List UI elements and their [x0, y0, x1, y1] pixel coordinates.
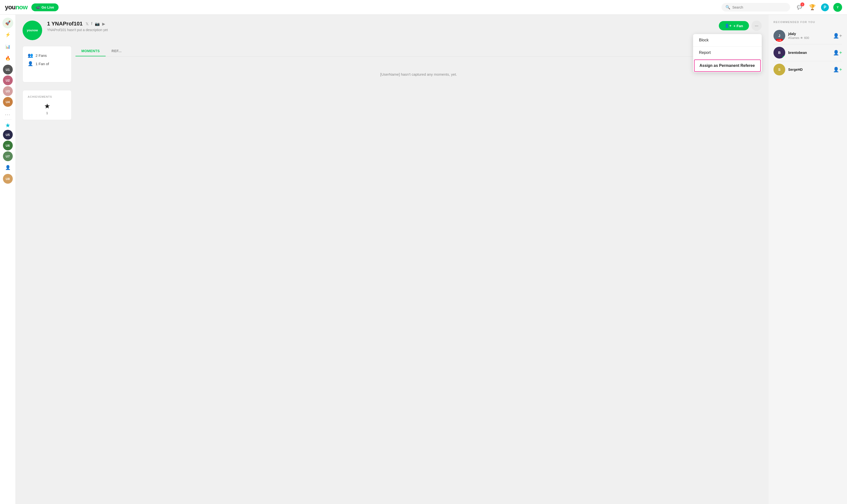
main-content: younow 1 YNAProf101 𝕏 f 📷 ▶ YNAProf101 h…: [16, 15, 768, 504]
sidebar-avatar-7[interactable]: U7: [3, 151, 13, 161]
social-icons: 𝕏 f 📷 ▶: [86, 21, 105, 26]
dropdown-menu: Block Report Assign as Permanent Referee: [693, 34, 762, 72]
sidebar-item-star[interactable]: ★: [5, 122, 11, 129]
fans-card: 👥 2 Fans 👤 1 Fan of: [22, 46, 72, 82]
rec-name-sergeHD[interactable]: SergeHD: [788, 68, 830, 72]
achievement-item: ★ 1: [28, 102, 66, 115]
topnav: younow 📹 Go Live 🔍 💬 1 🏆 P Y: [0, 0, 847, 15]
sidebar-avatar-2[interactable]: U2: [3, 75, 13, 85]
achievement-star-icon: ★: [44, 102, 50, 110]
fan-of-icon: 👤: [28, 61, 33, 66]
tabs-and-content: MOMENTS REF... [UserName] hasn't capture…: [75, 46, 762, 86]
twitter-icon[interactable]: 𝕏: [86, 21, 89, 26]
fan-icon: 👤+: [725, 23, 731, 28]
notification-badge: 1: [800, 2, 805, 6]
online-badge-brentobean: [782, 56, 785, 58]
sidebar-item-charts[interactable]: 📊: [2, 41, 13, 52]
fans-stat: 👥 2 Fans: [28, 51, 66, 59]
rec-name-brentobean[interactable]: brentobean: [788, 51, 830, 55]
achievement-count: 1: [46, 111, 48, 115]
more-options-button[interactable]: ···: [751, 21, 762, 31]
sidebar-item-fire[interactable]: 🔥: [2, 53, 13, 64]
camera-icon: 📹: [36, 5, 40, 9]
recommended-item-sergeHD: S SergeHD 👤+: [774, 61, 842, 78]
lightning-icon: ⚡: [5, 32, 11, 37]
profile-circle-button[interactable]: P: [820, 3, 829, 12]
sidebar: 🚀 ⚡ 📊 🔥 U1 U2 U3 U4 ··· ★ U5 U6 U7 👤 U8: [0, 15, 16, 504]
fans-icon: 👥: [28, 53, 33, 58]
profile-name-row: 1 YNAProf101 𝕏 f 📷 ▶: [47, 21, 714, 27]
eye-icon-jdaly: 👁: [800, 36, 803, 40]
charts-icon: 📊: [5, 44, 10, 49]
facebook-icon[interactable]: f: [91, 21, 92, 26]
trophy-icon: 🏆: [809, 4, 816, 11]
profile-description: YNAProf101 hasn't put a description yet: [47, 28, 714, 32]
layout: 🚀 ⚡ 📊 🔥 U1 U2 U3 U4 ··· ★ U5 U6 U7 👤 U8 …: [0, 15, 847, 504]
rec-avatar-sergeHD[interactable]: S: [774, 64, 785, 75]
achievements-card: ACHIEVEMENTS ★ 1: [22, 90, 72, 120]
nav-icons: 💬 1 🏆 P Y: [795, 3, 842, 12]
rec-info-brentobean: brentobean: [788, 51, 830, 55]
sidebar-more-button[interactable]: ···: [5, 112, 11, 117]
trophy-button[interactable]: 🏆: [808, 3, 817, 12]
search-bar[interactable]: 🔍: [722, 3, 790, 12]
rec-info-sergeHD: SergeHD: [788, 68, 830, 72]
fan-of-stat: 👤 1 Fan of: [28, 59, 66, 68]
recommended-title: RECOMMENDED FOR YOU: [774, 21, 842, 23]
rec-name-jdaly[interactable]: jdaly: [788, 32, 830, 36]
sidebar-avatar-5[interactable]: U5: [3, 130, 13, 140]
fire-icon: 🔥: [5, 56, 11, 61]
recommended-item-brentobean: B brentobean 👤+: [774, 44, 842, 61]
assign-referee-menu-item[interactable]: Assign as Permanent Referee: [694, 59, 761, 72]
logo: younow: [5, 3, 28, 11]
follow-button-jdaly[interactable]: 👤+: [833, 33, 842, 39]
sidebar-item-rocket[interactable]: 🚀: [2, 18, 13, 29]
sidebar-item-lightning[interactable]: ⚡: [2, 30, 13, 40]
achievements-title: ACHIEVEMENTS: [28, 95, 66, 98]
rec-avatar-brentobean[interactable]: B: [774, 47, 785, 58]
search-icon: 🔍: [725, 5, 730, 10]
fan-button[interactable]: 👤+ + Fan: [719, 21, 749, 30]
sidebar-avatar-8[interactable]: U8: [3, 174, 13, 184]
user-avatar-nav[interactable]: Y: [833, 3, 842, 12]
moments-empty: [UserName] hasn't captured any moments, …: [75, 62, 762, 86]
profile-name: 1 YNAProf101: [47, 21, 83, 27]
block-menu-item[interactable]: Block: [693, 34, 762, 47]
profile-actions: 👤+ + Fan ··· Block Report Assign as Perm…: [719, 21, 762, 31]
report-menu-item[interactable]: Report: [693, 47, 762, 59]
sidebar-avatar-3[interactable]: U3: [3, 86, 13, 96]
person-icon: 👤: [5, 165, 11, 170]
profile-avatar: younow: [22, 21, 42, 40]
golive-button[interactable]: 📹 Go Live: [31, 3, 58, 11]
search-input[interactable]: [732, 5, 786, 9]
profile-header: younow 1 YNAProf101 𝕏 f 📷 ▶ YNAProf101 h…: [22, 21, 762, 40]
rec-info-jdaly: jdaly #Games 👁 600: [788, 32, 830, 40]
sidebar-avatar-6[interactable]: U6: [3, 141, 13, 150]
profile-tabs: MOMENTS REF...: [75, 46, 762, 57]
live-badge-jdaly: LIVE: [776, 39, 782, 42]
follow-button-brentobean[interactable]: 👤+: [833, 50, 842, 56]
notifications-button[interactable]: 💬 1: [795, 3, 804, 12]
follow-button-sergeHD[interactable]: 👤+: [833, 67, 842, 72]
stats-row: 👥 2 Fans 👤 1 Fan of MOMENTS REF... [User…: [22, 46, 762, 86]
instagram-icon[interactable]: 📷: [95, 21, 100, 26]
sidebar-avatar-4[interactable]: U4: [3, 97, 13, 107]
profile-info: 1 YNAProf101 𝕏 f 📷 ▶ YNAProf101 hasn't p…: [47, 21, 714, 32]
rocket-icon: 🚀: [5, 20, 11, 26]
sidebar-divider-2: [4, 119, 12, 120]
right-sidebar: RECOMMENDED FOR YOU J LIVE jdaly #Games …: [768, 15, 847, 504]
tab-moments[interactable]: MOMENTS: [75, 46, 106, 56]
rec-sub-jdaly: #Games 👁 600: [788, 36, 830, 40]
rec-avatar-jdaly[interactable]: J LIVE: [774, 30, 785, 42]
recommended-item-jdaly: J LIVE jdaly #Games 👁 600 👤+: [774, 28, 842, 44]
tab-referees[interactable]: REF...: [106, 46, 127, 56]
profile-circle-icon: P: [821, 3, 829, 11]
sidebar-avatar-1[interactable]: U1: [3, 65, 13, 74]
youtube-icon[interactable]: ▶: [102, 21, 105, 26]
sidebar-item-person[interactable]: 👤: [2, 162, 13, 173]
